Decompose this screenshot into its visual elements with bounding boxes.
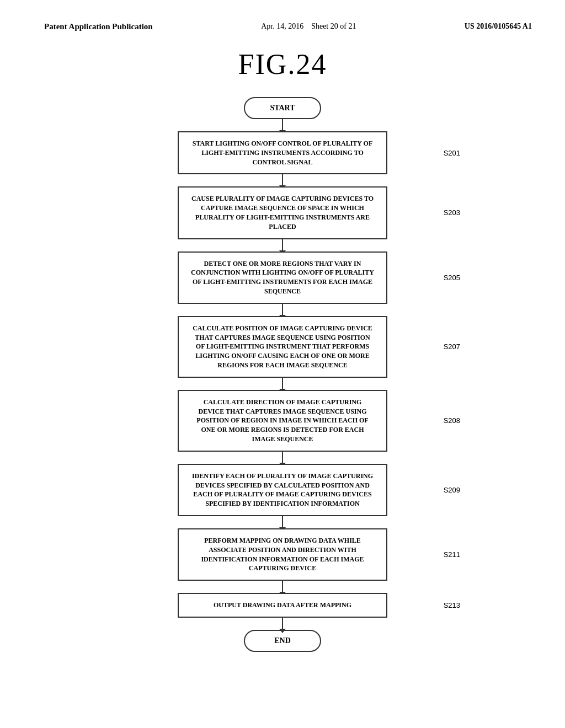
arrow-4 xyxy=(282,304,283,316)
step-s203-box: CAUSE PLURALITY OF IMAGE CAPTURING DEVIC… xyxy=(178,186,387,239)
arrow-3 xyxy=(282,239,283,251)
header-publication-type: Patent Application Publication xyxy=(44,22,153,31)
step-row-s209: IDENTIFY EACH OF PLURALITY OF IMAGE CAPT… xyxy=(33,464,532,516)
step-s201-box: START LIGHTING ON/OFF CONTROL OF PLURALI… xyxy=(178,131,387,174)
arrow-2 xyxy=(282,174,283,186)
step-s201-label: S201 xyxy=(444,149,460,157)
arrow-6 xyxy=(282,452,283,464)
step-row-s201: START LIGHTING ON/OFF CONTROL OF PLURALI… xyxy=(33,131,532,174)
page-header: Patent Application Publication Apr. 14, … xyxy=(0,0,565,42)
step-s207-box: CALCULATE POSITION OF IMAGE CAPTURING DE… xyxy=(178,316,387,378)
header-patent-number: US 2016/0105645 A1 xyxy=(465,22,532,31)
step-row-s205: DETECT ONE OR MORE REGIONS THAT VARY IN … xyxy=(33,251,532,304)
end-terminal: END xyxy=(244,630,321,652)
step-s208-box: CALCULATE DIRECTION OF IMAGE CAPTURING D… xyxy=(178,390,387,452)
step-s209-box: IDENTIFY EACH OF PLURALITY OF IMAGE CAPT… xyxy=(178,464,387,516)
step-s211-box: PERFORM MAPPING ON DRAWING DATA WHILE AS… xyxy=(178,528,387,581)
step-row-s211: PERFORM MAPPING ON DRAWING DATA WHILE AS… xyxy=(33,528,532,581)
step-row-s208: CALCULATE DIRECTION OF IMAGE CAPTURING D… xyxy=(33,390,532,452)
start-terminal: START xyxy=(244,97,321,119)
step-s208-label: S208 xyxy=(444,416,460,425)
step-s213-label: S213 xyxy=(444,601,460,609)
arrow-9 xyxy=(282,618,283,630)
step-row-s203: CAUSE PLURALITY OF IMAGE CAPTURING DEVIC… xyxy=(33,186,532,239)
step-row-s213: OUTPUT DRAWING DATA AFTER MAPPING S213 xyxy=(33,593,532,618)
step-s205-label: S205 xyxy=(444,274,460,282)
header-date-sheet: Apr. 14, 2016 Sheet 20 of 21 xyxy=(261,22,356,31)
figure-title: FIG.24 xyxy=(0,48,565,81)
arrow-7 xyxy=(282,516,283,528)
step-row-s207: CALCULATE POSITION OF IMAGE CAPTURING DE… xyxy=(33,316,532,378)
flowchart: START START LIGHTING ON/OFF CONTROL OF P… xyxy=(0,97,565,652)
arrow-8 xyxy=(282,581,283,593)
step-s203-label: S203 xyxy=(444,208,460,217)
step-s209-label: S209 xyxy=(444,486,460,494)
step-s213-box: OUTPUT DRAWING DATA AFTER MAPPING xyxy=(178,593,387,618)
arrow-1 xyxy=(282,119,283,131)
step-s205-box: DETECT ONE OR MORE REGIONS THAT VARY IN … xyxy=(178,251,387,304)
step-s207-label: S207 xyxy=(444,342,460,351)
arrow-5 xyxy=(282,378,283,390)
step-s211-label: S211 xyxy=(444,550,460,559)
